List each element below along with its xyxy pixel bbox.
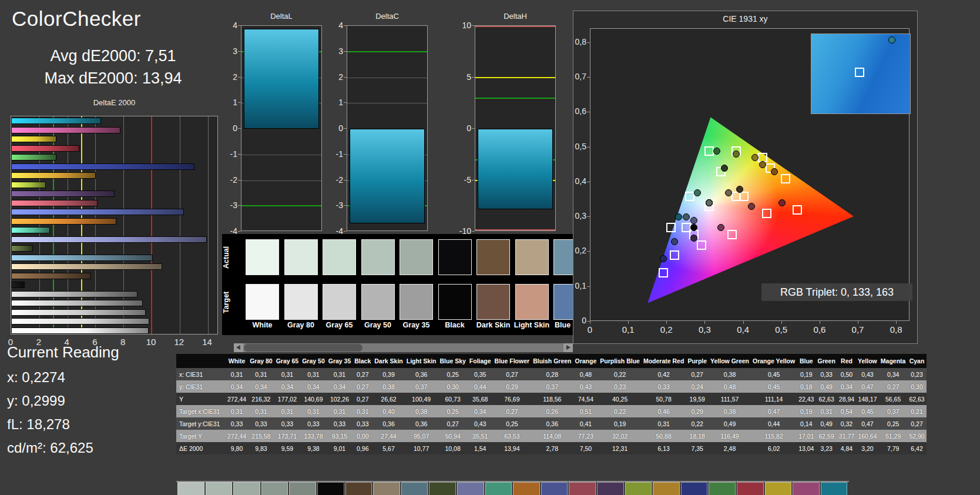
table-cell: 216,32 [248, 393, 274, 405]
bottom-strip-swatch-purplish-blue [541, 482, 568, 495]
target-swatch-dark-skin[interactable] [476, 284, 510, 320]
cie-target-point-bluish-green [685, 192, 694, 201]
table-cell: 50,78 [642, 393, 686, 405]
cie-y-tick [587, 182, 590, 182]
deltaC-y-tick [344, 180, 347, 180]
table-cell: 3,20 [856, 442, 879, 454]
table-column-header: White [226, 354, 248, 368]
swatch-scrollbar[interactable] [234, 343, 573, 352]
deltae-bar-cyan [11, 118, 101, 124]
cie-y-tick-label: 0,1 [565, 281, 586, 290]
cie-x-tick-label: 0,3 [693, 325, 716, 335]
target-swatch-white[interactable] [246, 284, 279, 320]
table-cell: 10,77 [405, 442, 438, 454]
deltae-bar-red [11, 145, 79, 152]
cie-x-tick [781, 321, 782, 324]
cie-target-point-cyan [666, 223, 676, 232]
deltae-x-tick-label: 0 [2, 337, 19, 347]
table-cell: 77,23 [573, 430, 598, 442]
table-cell: 0,38 [405, 405, 438, 417]
table-cell: 12,31 [598, 442, 642, 454]
deltaL-bar [244, 29, 319, 129]
actual-swatch-blue-sky[interactable] [553, 239, 573, 275]
bottom-strip-swatch-gray-50 [261, 482, 288, 495]
table-cell: 76,69 [493, 393, 532, 405]
target-swatch-light-skin[interactable] [515, 284, 549, 320]
bottom-strip-swatch-gray-35 [289, 482, 316, 495]
table-cell: 0,33 [226, 417, 248, 430]
deltaC-y-tick-label: -1 [322, 149, 343, 159]
table-row: Target x:CIE310,310,310,310,310,310,310,… [176, 405, 927, 417]
table-row: Y272,44216,32177,02140,69102,260,2726,62… [176, 393, 927, 405]
deltae-bar-bluish-green [11, 227, 50, 233]
scrollbar-thumb[interactable] [244, 344, 363, 352]
deltae-bar-green [11, 154, 56, 160]
deltae-bar-white [11, 327, 149, 334]
actual-swatch-black[interactable] [438, 239, 472, 275]
table-cell: 28,94 [837, 393, 856, 405]
table-cell: 6,13 [642, 442, 686, 454]
actual-swatch-white[interactable] [246, 239, 279, 275]
scroll-left-button[interactable] [234, 343, 243, 352]
table-cell: 0,27 [907, 417, 926, 430]
swatch-label: Gray 50 [358, 321, 398, 329]
scroll-right-button[interactable] [563, 343, 573, 352]
cie-y-tick-label: 0,5 [565, 142, 586, 151]
table-cell: 0,25 [438, 405, 467, 417]
actual-swatch-gray-65[interactable] [323, 239, 356, 275]
actual-swatch-light-skin[interactable] [515, 239, 549, 275]
deltaL-y-tick-label: -3 [216, 200, 237, 210]
table-cell: 32,02 [598, 430, 642, 442]
deltaL-y-tick [238, 25, 241, 26]
actual-swatch-gray-50[interactable] [361, 239, 395, 275]
swatch-panel: Actual Target WhiteGray 80Gray 65Gray 50… [222, 234, 573, 335]
table-cell: 0,30 [438, 380, 467, 393]
cie-x-tick-label: 0,2 [655, 325, 678, 335]
target-swatch-gray-80[interactable] [284, 284, 318, 320]
page-title: ColorChecker [12, 7, 141, 31]
table-corner-cell [176, 354, 226, 368]
cie-x-tick-label: 0,4 [731, 325, 755, 335]
deltaH-bar [478, 129, 553, 209]
table-cell: 0,29 [493, 380, 532, 393]
table-cell: 0,34 [248, 380, 274, 393]
table-cell: 0,27 [353, 380, 372, 393]
deltaL-y-tick-label: 0 [216, 123, 237, 133]
cie-target-point-purple [697, 240, 706, 250]
cie-x-tick [704, 321, 705, 324]
cie-y-tick-label: 0,3 [565, 211, 586, 220]
table-cell: 0,34 [468, 405, 493, 417]
current-reading-y: y: 0,2999 [7, 393, 65, 409]
table-cell: 0,40 [372, 405, 404, 417]
target-swatch-black[interactable] [438, 284, 472, 320]
table-cell: 0,45 [751, 380, 797, 393]
table-cell: 0,27 [438, 417, 467, 430]
table-cell: 177,02 [274, 393, 301, 405]
table-column-header: Purplish Blue [598, 354, 642, 368]
deltaL-y-tick [238, 231, 241, 232]
target-swatch-gray-65[interactable] [323, 284, 356, 320]
table-cell: 0,33 [642, 380, 686, 393]
deltae-bar-purplish-blue [11, 209, 184, 215]
actual-swatch-gray-35[interactable] [400, 239, 433, 275]
table-cell: 115,82 [751, 430, 797, 442]
table-column-header: Green [815, 354, 837, 368]
actual-swatch-dark-skin[interactable] [476, 239, 510, 275]
deltae-bar-dark-skin [11, 273, 91, 279]
table-cell: 0,47 [856, 417, 879, 430]
table-cell: 0,43 [856, 368, 879, 380]
swatch-label: Light Skin [512, 321, 552, 329]
target-swatch-gray-35[interactable] [400, 284, 433, 320]
deltaL-y-tick-label: 2 [216, 72, 237, 82]
cie-x-tick-label: 0 [578, 325, 602, 335]
table-cell: 0,38 [709, 405, 751, 417]
cie-x-tick-label: 0,6 [808, 325, 831, 335]
deltaH-y-tick [472, 231, 475, 232]
bottom-strip-swatch-light-skin [373, 482, 400, 495]
actual-swatch-gray-80[interactable] [284, 239, 318, 275]
table-column-header: Yellow Green [709, 354, 751, 368]
table-cell: 0,51 [573, 405, 598, 417]
target-swatch-gray-50[interactable] [361, 284, 395, 320]
deltaC-reference-line [347, 51, 427, 52]
table-cell: 0,31 [327, 368, 353, 380]
